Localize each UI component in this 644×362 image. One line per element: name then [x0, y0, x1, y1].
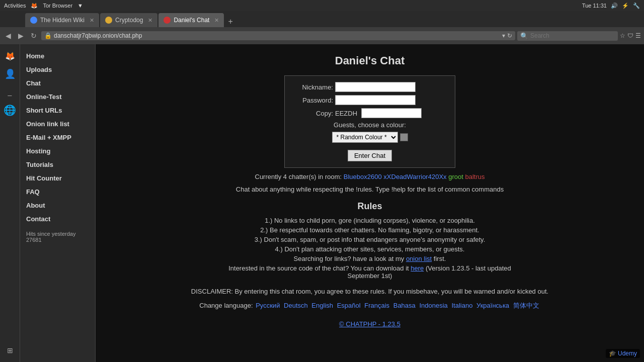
search-icon: 🔍 [520, 32, 528, 40]
lang-russian[interactable]: Русский [256, 302, 280, 309]
browser-label[interactable]: Tor Browser [43, 3, 72, 9]
grid-icon[interactable]: ⊞ [3, 343, 18, 358]
source-link[interactable]: here [411, 264, 424, 272]
chat-intro-text: Chat about anything while respecting the… [106, 186, 634, 193]
nickname-label: Nickname: [293, 83, 333, 91]
password-row: Password: [293, 95, 447, 105]
sidebar-item-about[interactable]: About [20, 199, 95, 212]
reload-icon[interactable]: ↻ [507, 32, 512, 39]
tab-cryptodog[interactable]: Cryptodog ✕ [100, 13, 157, 27]
lang-francais[interactable]: Français [364, 302, 389, 309]
udemy-badge: 🎓 Udemy [606, 349, 640, 358]
tab-hidden-wiki[interactable]: The Hidden Wiki ✕ [25, 13, 99, 27]
lang-english[interactable]: English [311, 302, 333, 309]
color-select[interactable]: * Random Colour * [332, 132, 398, 143]
color-prompt: Guests, choose a colour: [334, 121, 406, 129]
os-topbar-left: Activities 🦊 Tor Browser ▼ [4, 3, 83, 9]
menu-icon[interactable]: ☰ [635, 32, 641, 39]
lang-bahasa[interactable]: Bahasa [393, 302, 416, 309]
sidebar-item-onion-link-list[interactable]: Onion link list [20, 117, 95, 131]
lang-chinese[interactable]: 简体中文 [513, 302, 539, 309]
clock: Tue 11:31 [582, 3, 607, 9]
sidebar-item-home[interactable]: Home [20, 49, 95, 63]
rule-2: 2.) Be respectful towards other chatters… [214, 226, 526, 234]
lock-icon: 🔒 [44, 32, 52, 39]
refresh-button[interactable]: ↻ [28, 31, 39, 41]
address-dropdown-icon[interactable]: ▾ [502, 32, 505, 39]
hits-counter-value: 27681 [26, 237, 89, 243]
hits-counter-label: Hits since yesterday [26, 231, 89, 237]
chatter-groot[interactable]: groot [448, 173, 463, 180]
copy-row: Copy: EEZDH [293, 108, 447, 118]
chatters-info: Currently 4 chatter(s) in room: Bluebox2… [106, 173, 634, 180]
shield-icon[interactable]: 🛡 [627, 32, 633, 39]
enter-chat-button[interactable]: Enter Chat [348, 150, 392, 161]
tab-cryptodog-label: Cryptodog [115, 17, 143, 24]
color-row: Guests, choose a colour: * Random Colour… [293, 121, 447, 161]
terminal-icon[interactable]: _ [3, 84, 18, 100]
chatters-count: Currently 4 chatter(s) in room: [255, 173, 342, 180]
firefox-icon[interactable]: 🦊 [3, 48, 18, 63]
activities-label[interactable]: Activities [4, 3, 26, 9]
copy-label: Copy: [293, 110, 333, 117]
lang-deutsch[interactable]: Deutsch [284, 302, 308, 309]
sidebar-item-contact[interactable]: Contact [20, 212, 95, 226]
sidebar-item-short-urls[interactable]: Short URLs [20, 104, 95, 117]
tab-cryptodog-close[interactable]: ✕ [148, 17, 152, 24]
address-bar[interactable] [54, 32, 500, 39]
lang-indonesia[interactable]: Indonesia [419, 302, 447, 309]
address-bar-wrap: 🔒 ▾ ↻ [41, 31, 515, 40]
sidebar-item-uploads[interactable]: Uploads [20, 63, 95, 76]
onion-list-text: Searching for links? have a look at my o… [214, 255, 526, 262]
sidebar-item-email-xmpp[interactable]: E-Mail + XMPP [20, 131, 95, 144]
color-select-wrap: * Random Colour * [332, 132, 408, 143]
sidebar-item-tutorials[interactable]: Tutorials [20, 158, 95, 171]
footer-section: © CHATPHP - 1.23.5 [106, 320, 634, 328]
rule-1: 1.) No links to child porn, gore (includ… [214, 217, 526, 224]
sidebar-item-faq[interactable]: FAQ [20, 185, 95, 199]
forward-button[interactable]: ▶ [16, 31, 26, 41]
footer-link[interactable]: © CHATPHP - 1.23.5 [339, 320, 400, 328]
password-input[interactable] [335, 95, 416, 105]
onion-list-link[interactable]: onion list [406, 255, 432, 262]
nickname-input[interactable] [335, 82, 416, 92]
chatter-bluebox2600[interactable]: Bluebox2600 [344, 173, 382, 180]
tab-cryptodog-icon [105, 17, 112, 24]
tab-daniels-chat-label: Daniel's Chat [174, 17, 209, 24]
copy-code: EEZDH [335, 110, 357, 117]
password-label: Password: [293, 97, 333, 104]
sidebar-item-hit-counter[interactable]: Hit Counter [20, 171, 95, 185]
rule-3: 3.) Don't scam, spam, or post info that … [214, 236, 526, 243]
tab-daniels-chat[interactable]: Daniel's Chat ✕ [158, 13, 224, 27]
tab-daniels-chat-close[interactable]: ✕ [214, 17, 219, 24]
os-sidebar: 🦊 👤 _ 🌐 ⊞ [0, 44, 20, 362]
new-tab-button[interactable]: + [225, 16, 235, 27]
tab-daniels-chat-icon [164, 17, 171, 24]
sidebar-item-hosting[interactable]: Hosting [20, 144, 95, 158]
browser-toolbar: ◀ ▶ ↻ 🔒 ▾ ↻ 🔍 ☆ 🛡 ☰ [0, 27, 644, 44]
person-icon[interactable]: 👤 [3, 66, 18, 81]
star-icon[interactable]: ☆ [620, 32, 625, 39]
color-swatch [400, 133, 408, 141]
sidebar-item-online-test[interactable]: Online-Test [20, 90, 95, 104]
search-input[interactable] [530, 32, 615, 39]
chatter-baltrus[interactable]: baltrus [465, 173, 485, 180]
page-title: Daniel's Chat [106, 54, 634, 67]
os-topbar: Activities 🦊 Tor Browser ▼ Tue 11:31 🔊 ⚡… [0, 0, 644, 11]
tab-hidden-wiki-close[interactable]: ✕ [90, 17, 94, 24]
browser-tabs: The Hidden Wiki ✕ Cryptodog ✕ Daniel's C… [0, 11, 644, 27]
globe-icon[interactable]: 🌐 [3, 103, 18, 118]
tab-hidden-wiki-label: The Hidden Wiki [40, 17, 85, 24]
lang-italiano[interactable]: Italiano [451, 302, 472, 309]
main-layout: 🦊 👤 _ 🌐 ⊞ Home Uploads Chat Online-Test … [0, 44, 644, 362]
sidebar-item-chat[interactable]: Chat [20, 76, 95, 90]
language-row: Change language: Русский Deutsch English… [106, 301, 634, 310]
nickname-row: Nickname: [293, 82, 447, 92]
lang-espanol[interactable]: Español [337, 302, 361, 309]
rules-title: Rules [214, 201, 526, 212]
lang-ukrainian[interactable]: Українська [476, 302, 509, 309]
back-button[interactable]: ◀ [3, 31, 14, 41]
chatter-xXDeadWarrior420Xx[interactable]: xXDeadWarrior420Xx [383, 173, 446, 180]
tab-hidden-wiki-icon [30, 17, 37, 24]
copy-input[interactable] [361, 108, 422, 118]
